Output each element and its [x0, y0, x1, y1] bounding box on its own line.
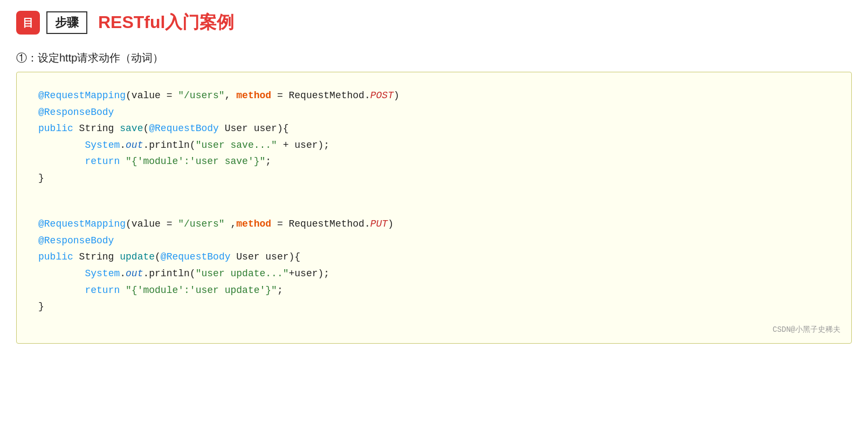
- code-line-11: return "{'module':'user update'}";: [38, 282, 830, 299]
- code-line-12: }: [38, 298, 830, 315]
- code-line-2: @ResponseBody: [38, 104, 830, 121]
- code-block: @RequestMapping(value = "/users", method…: [16, 72, 852, 344]
- code-line-4: System.out.println("user save..." + user…: [38, 137, 830, 154]
- header-title: RESTful入门案例: [98, 11, 234, 35]
- code-line-8: @ResponseBody: [38, 233, 830, 249]
- watermark: CSDN@小黑子史稀夫: [773, 324, 841, 337]
- code-line-6: }: [38, 170, 830, 187]
- header-tag: 步骤: [46, 11, 87, 34]
- page-header: 目 步骤 RESTful入门案例: [16, 11, 852, 35]
- code-line-9: public String update(@RequestBody User u…: [38, 249, 830, 265]
- header-icon: 目: [16, 11, 40, 35]
- code-line-7: @RequestMapping(value = "/users" ,method…: [38, 216, 830, 233]
- code-line-10: System.out.println("user update..."+user…: [38, 265, 830, 282]
- code-line-1: @RequestMapping(value = "/users", method…: [38, 87, 830, 104]
- code-line-5: return "{'module':'user save'}";: [38, 153, 830, 170]
- code-section-post: @RequestMapping(value = "/users", method…: [38, 87, 830, 187]
- code-line-3: public String save(@RequestBody User use…: [38, 120, 830, 137]
- section-label: ①：设定http请求动作（动词）: [16, 51, 852, 65]
- code-section-put: @RequestMapping(value = "/users" ,method…: [38, 216, 830, 315]
